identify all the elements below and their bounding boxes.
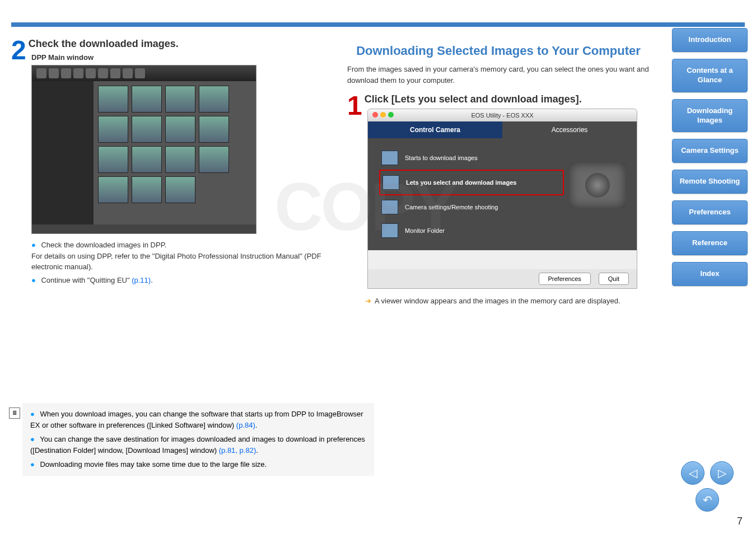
toolbar-icon — [36, 68, 46, 78]
prev-page-button[interactable]: ◁ — [681, 461, 704, 485]
camera-settings-icon — [381, 200, 398, 214]
toolbar-icon — [86, 68, 96, 78]
thumbnail — [199, 116, 229, 143]
thumbnail — [165, 146, 195, 173]
note-text: You can change the save destination for … — [30, 435, 365, 455]
eu-item-monitor-folder[interactable]: Monitor Folder — [379, 219, 564, 242]
step-number-2: 2 — [11, 38, 26, 62]
main-content: 2 Check the downloaded images. DPP Main … — [0, 27, 756, 318]
page-link[interactable]: (p.11) — [132, 276, 151, 284]
eu-item-label: Lets you select and download images — [406, 179, 516, 186]
thumbnail — [132, 116, 162, 143]
eu-item-label: Starts to download images — [405, 154, 478, 161]
thumbnail — [165, 86, 195, 113]
toolbar-icon — [73, 68, 83, 78]
note-text: When you download images, you can change… — [30, 410, 363, 429]
monitor-folder-icon — [381, 223, 398, 238]
dpp-main-window-screenshot — [31, 65, 256, 234]
eu-item-label: Monitor Folder — [405, 227, 445, 234]
zoom-icon[interactable] — [388, 112, 394, 118]
page-link[interactable]: (p.84) — [236, 421, 255, 429]
tab-accessories[interactable]: Accessories — [502, 121, 637, 138]
nav-reference[interactable]: Reference — [672, 231, 748, 255]
toolbar-icon — [110, 68, 120, 78]
dpp-toolbar — [32, 65, 256, 81]
download-icon — [381, 151, 398, 165]
next-page-button[interactable]: ▷ — [710, 461, 734, 485]
eu-window-title: EOS Utility - EOS XXX — [471, 112, 533, 119]
eu-item-label: Camera settings/Remote shooting — [405, 204, 498, 210]
bullet-text: For details on using DPP, refer to the "… — [31, 252, 321, 271]
toolbar-icon — [135, 68, 145, 78]
toolbar-icon — [61, 68, 71, 78]
select-download-icon — [382, 175, 399, 190]
left-column: 2 Check the downloaded images. DPP Main … — [11, 38, 347, 307]
eos-utility-window: EOS Utility - EOS XXX Control Camera Acc… — [367, 109, 637, 289]
camera-illustration — [570, 163, 626, 208]
thumbnail — [98, 116, 128, 143]
step-number-1: 1 — [347, 93, 362, 118]
close-icon[interactable] — [372, 112, 378, 118]
step-title-click-select: Click [Lets you select and download imag… — [347, 93, 650, 105]
eu-item-start-download[interactable]: Starts to download images — [379, 146, 564, 170]
tab-control-camera[interactable]: Control Camera — [368, 121, 502, 138]
note-icon: ≣ — [9, 407, 20, 419]
top-accent-bar — [11, 22, 745, 27]
note-text: . — [255, 421, 258, 429]
thumbnail — [132, 86, 162, 113]
note-item: You can change the save destination for … — [30, 434, 366, 456]
thumbnail — [132, 176, 162, 203]
note-text: . — [256, 446, 258, 455]
nav-introduction[interactable]: Introduction — [672, 28, 748, 52]
nav-index[interactable]: Index — [672, 262, 748, 286]
page-number: 7 — [737, 516, 743, 527]
toolbar-icon — [49, 68, 59, 78]
eu-action-list: Starts to download images Lets you selec… — [379, 146, 564, 242]
quit-button[interactable]: Quit — [599, 273, 629, 285]
page-nav-controls: ◁ ▷ ↶ — [681, 461, 734, 512]
thumbnail — [165, 176, 195, 203]
toolbar-icon — [98, 68, 108, 78]
eu-tabs: Control Camera Accessories — [368, 121, 637, 138]
thumbnail — [165, 116, 195, 143]
nav-camera-settings[interactable]: Camera Settings — [672, 139, 748, 163]
eu-titlebar: EOS Utility - EOS XXX — [368, 109, 637, 121]
dpp-thumbnail-grid — [94, 81, 256, 224]
minimize-icon[interactable] — [380, 112, 386, 118]
bullet-text: Continue with "Quitting EU" — [41, 276, 132, 284]
window-traffic-lights — [372, 112, 394, 118]
eu-footer: Preferences Quit — [368, 269, 637, 288]
dpp-subtitle: DPP Main window — [31, 53, 336, 62]
nav-contents[interactable]: Contents at a Glance — [672, 59, 748, 92]
nav-preferences[interactable]: Preferences — [672, 200, 748, 224]
bullet-text: . — [151, 276, 153, 284]
page-link[interactable]: (p.81, p.82) — [219, 446, 256, 455]
eu-item-camera-settings[interactable]: Camera settings/Remote shooting — [379, 195, 564, 219]
nav-remote-shooting[interactable]: Remote Shooting — [672, 170, 748, 194]
chapter-sidebar: Introduction Contents at a Glance Downlo… — [672, 28, 748, 293]
result-text: A viewer window appears and the images i… — [375, 296, 650, 307]
thumbnail — [132, 146, 162, 173]
section-intro: From the images saved in your camera's m… — [347, 64, 650, 86]
dpp-status-bar — [32, 224, 256, 233]
dpp-folder-tree — [32, 81, 98, 224]
bullet-quitting-eu: Continue with "Quitting EU" (p.11). — [31, 275, 336, 286]
step-title-check-images: Check the downloaded images. — [11, 38, 336, 50]
note-box: ≣ When you download images, you can chan… — [22, 403, 374, 476]
nav-downloading-images[interactable]: Downloading Images — [672, 99, 748, 133]
right-column: Downloading Selected Images to Your Comp… — [347, 38, 650, 307]
thumbnail — [98, 146, 128, 173]
bullet-text: Check the downloaded images in DPP. — [41, 241, 166, 249]
note-item: Downloading movie files may take some ti… — [30, 459, 366, 470]
thumbnail — [98, 86, 128, 113]
bullet-check-images: Check the downloaded images in DPP. For … — [31, 240, 336, 273]
preferences-button[interactable]: Preferences — [539, 273, 591, 285]
note-item: When you download images, you can change… — [30, 409, 366, 430]
note-text: Downloading movie files may take some ti… — [40, 460, 267, 469]
eu-item-select-download[interactable]: Lets you select and download images — [379, 170, 564, 195]
eu-body: Starts to download images Lets you selec… — [368, 138, 637, 250]
return-button[interactable]: ↶ — [696, 488, 719, 512]
thumbnail — [199, 86, 229, 113]
toolbar-icon — [123, 68, 133, 78]
section-title: Downloading Selected Images to Your Comp… — [347, 44, 650, 58]
